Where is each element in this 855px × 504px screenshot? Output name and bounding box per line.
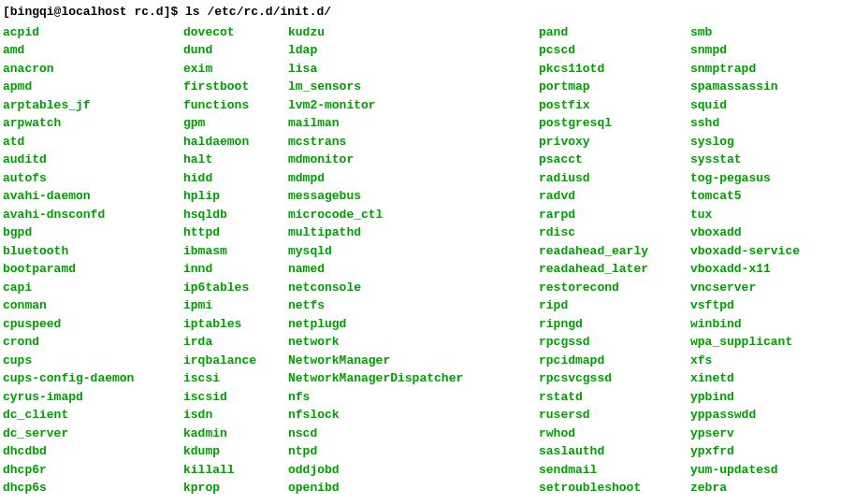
file-entry: sysstat [690,151,800,169]
file-entry: openibd [288,479,539,497]
file-entry: auditd [3,151,183,169]
file-entry: avahi-daemon [3,187,183,206]
file-entry: squid [690,96,800,115]
file-entry: rusersd [539,406,690,425]
file-entry: nscd [288,425,539,443]
file-entry: capi [3,279,183,297]
file-entry: cups [3,352,183,370]
file-entry: yum-updatesd [690,461,800,480]
file-entry: microcode_ctl [288,206,539,224]
file-entry: netplugd [288,315,539,334]
file-entry: vsftpd [690,296,800,315]
file-entry: functions [183,96,288,115]
file-entry: ibmasm [183,242,288,261]
file-entry: dhcp6s [3,479,183,497]
file-entry: privoxy [539,133,690,151]
file-entry: saslauthd [539,442,690,461]
file-entry: rpcidmapd [539,352,690,370]
file-entry: killall [183,461,288,480]
file-entry: hplip [183,187,288,206]
file-entry: apmd [3,78,183,96]
file-entry: autofs [3,169,183,188]
file-entry: kdump [183,442,288,461]
file-entry: spamassassin [690,78,800,96]
file-entry: nfslock [288,406,539,425]
file-entry: firstboot [183,78,288,96]
file-entry: rstatd [539,388,690,407]
file-entry: dc_client [3,406,183,425]
file-entry: conman [3,296,183,315]
file-entry: crond [3,333,183,352]
file-entry: postgresql [539,114,690,133]
file-entry: tux [690,206,800,224]
file-entry: network [288,333,539,352]
file-entry: anacron [3,60,183,79]
file-entry: iscsi [183,369,288,388]
file-entry: mysqld [288,242,539,261]
file-entry: innd [183,260,288,279]
file-entry: dovecot [183,23,288,42]
file-entry: rpcsvcgssd [539,369,690,388]
file-entry: dund [183,41,288,60]
file-entry: kprop [183,479,288,497]
file-entry: messagebus [288,187,539,206]
file-entry: psacct [539,151,690,169]
file-entry: cpuspeed [3,315,183,334]
file-entry: ypxfrd [690,442,800,461]
file-entry: amd [3,41,183,60]
file-entry: dc_server [3,425,183,443]
column-4: pandpcscdpkcs11otdportmappostfixpostgres… [539,23,690,497]
file-entry: readahead_early [539,242,690,261]
file-entry: haldaemon [183,133,288,151]
file-entry: smb [690,23,800,42]
file-entry: rarpd [539,206,690,224]
file-entry: xfs [690,352,800,370]
file-entry: cyrus-imapd [3,388,183,407]
file-entry: bgpd [3,223,183,242]
file-entry: mailman [288,114,539,133]
file-entry: vboxadd [690,223,800,242]
file-entry: netconsole [288,279,539,297]
file-entry: wpa_supplicant [690,333,800,352]
column-1: acpidamdanacronapmdarptables_jfarpwatcha… [3,23,183,497]
file-entry: portmap [539,78,690,96]
file-entry: bootparamd [3,260,183,279]
file-entry: cups-config-daemon [3,369,183,388]
file-entry: pand [539,23,690,42]
file-entry: kudzu [288,23,539,42]
file-entry: setroubleshoot [539,479,690,497]
file-entry: ypbind [690,388,800,407]
file-entry: syslog [690,133,800,151]
file-entry: vboxadd-service [690,242,800,261]
file-entry: isdn [183,406,288,425]
file-entry: httpd [183,223,288,242]
file-entry: oddjobd [288,461,539,480]
file-entry: sendmail [539,461,690,480]
file-entry: pkcs11otd [539,60,690,79]
file-entry: zebra [690,479,800,497]
file-entry: nfs [288,388,539,407]
file-entry: restorecond [539,279,690,297]
file-entry: mcstrans [288,133,539,151]
file-entry: acpid [3,23,183,42]
file-entry: snmptrapd [690,60,800,79]
file-entry: rdisc [539,223,690,242]
file-entry: netfs [288,296,539,315]
file-entry: vncserver [690,279,800,297]
file-entry: named [288,260,539,279]
file-entry: pcscd [539,41,690,60]
file-entry: atd [3,133,183,151]
file-entry: iscsid [183,388,288,407]
file-entry: vboxadd-x11 [690,260,800,279]
ls-output: acpidamdanacronapmdarptables_jfarpwatcha… [3,23,852,497]
file-entry: rwhod [539,425,690,443]
file-entry: ntpd [288,442,539,461]
file-entry: irda [183,333,288,352]
file-entry: radiusd [539,169,690,188]
file-entry: radvd [539,187,690,206]
shell-prompt: [bingqi@localhost rc.d]$ ls /etc/rc.d/in… [3,3,852,22]
file-entry: mdmonitor [288,151,539,169]
file-entry: readahead_later [539,260,690,279]
file-entry: arpwatch [3,114,183,133]
file-entry: arptables_jf [3,96,183,115]
